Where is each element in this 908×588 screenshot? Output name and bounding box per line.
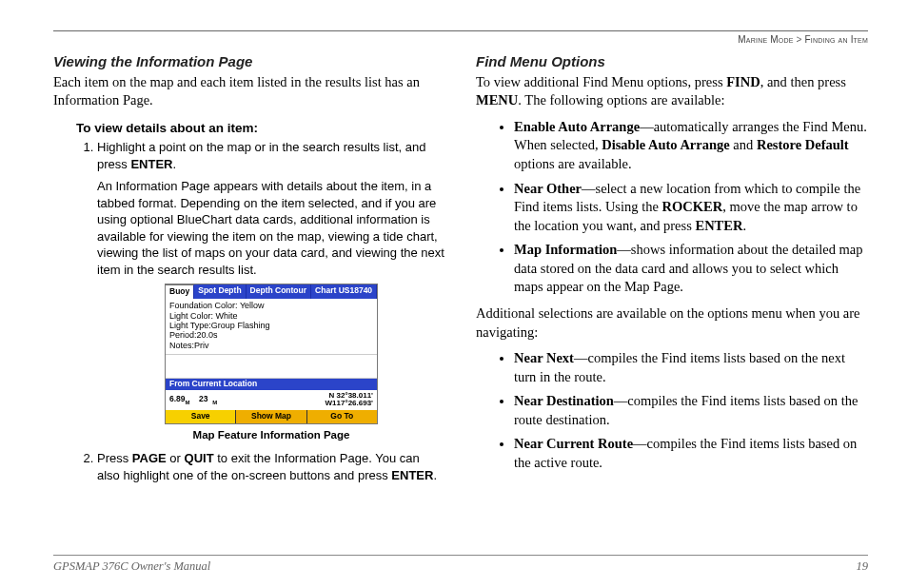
opt-map-information: Map Information—shows information about … [514, 241, 868, 297]
right-heading: Find Menu Options [476, 52, 868, 71]
opt-near-destination: Near Destination—compiles the Find items… [514, 392, 868, 429]
blank-area [166, 354, 377, 379]
step-1-detail: An Information Page appears with details… [97, 178, 445, 278]
save-button: Save [166, 410, 236, 423]
options-list: Enable Auto Arrange—automatically arrang… [499, 118, 868, 297]
left-intro: Each item on the map and each item liste… [53, 73, 445, 110]
breadcrumb-section: Marine Mode [738, 34, 793, 45]
steps-list: Highlight a point on the map or in the s… [76, 139, 445, 483]
info-line: Foundation Color: Yellow [169, 301, 373, 310]
nav-options-list: Near Next—compiles the Find items lists … [499, 349, 868, 472]
section-bar: From Current Location [166, 379, 377, 390]
page-footer: GPSMAP 376C Owner's Manual 19 [53, 555, 868, 575]
left-heading: Viewing the Information Page [53, 52, 445, 71]
breadcrumb-sep: > [797, 34, 802, 45]
breadcrumb-sub: Finding an Item [805, 34, 868, 45]
opt-near-other: Near Other—select a new location from wh… [514, 180, 868, 236]
go-to-button: Go To [307, 410, 377, 423]
info-line: Notes:Priv [169, 341, 373, 350]
tab-depth-contour: Depth Contour [247, 284, 312, 299]
opt-near-next: Near Next—compiles the Find items lists … [514, 349, 868, 386]
breadcrumb: Marine Mode > Finding an Item [53, 33, 868, 47]
step-1: Highlight a point on the map or in the s… [97, 139, 445, 442]
info-line: Period:20.0s [169, 330, 373, 340]
opt-near-current-route: Near Current Route—compiles the Find ite… [514, 435, 868, 472]
tab-chart: Chart US18740 [311, 284, 377, 299]
columns: Viewing the Information Page Each item o… [53, 52, 868, 490]
top-rule [53, 30, 868, 31]
info-line: Light Type:Group Flashing [169, 321, 373, 330]
button-bar: Save Show Map Go To [166, 410, 377, 423]
manual-page: Marine Mode > Finding an Item Viewing th… [0, 0, 908, 588]
tab-spot-depth: Spot Depth [194, 284, 246, 299]
device-screenshot: Buoy Spot Depth Depth Contour Chart US18… [165, 284, 378, 423]
task-heading: To view details about an item: [76, 120, 445, 137]
show-map-button: Show Map [236, 410, 306, 423]
page-number: 19 [857, 559, 869, 575]
figure-caption: Map Feature Information Page [97, 428, 445, 443]
coordinates: N 32°38.011' W117°26.693' [326, 392, 373, 408]
coord-row: 6.89M 23 M N 32°38.011' W117°26.693' [166, 390, 377, 410]
distance-bearing: 6.89M 23 M [169, 395, 217, 406]
info-panel: Foundation Color: Yellow Light Color: Wh… [166, 299, 377, 354]
navigating-note: Additional selections are available on t… [476, 304, 868, 342]
step-2: Press PAGE or QUIT to exit the Informati… [97, 450, 445, 483]
right-intro: To view additional Find Menu options, pr… [476, 73, 868, 110]
tab-buoy: Buoy [166, 284, 194, 299]
left-column: Viewing the Information Page Each item o… [53, 52, 445, 490]
right-column: Find Menu Options To view additional Fin… [476, 52, 868, 490]
tab-bar: Buoy Spot Depth Depth Contour Chart US18… [166, 284, 377, 299]
opt-enable-auto-arrange: Enable Auto Arrange—automatically arrang… [514, 118, 868, 174]
footer-title: GPSMAP 376C Owner's Manual [53, 559, 210, 575]
screenshot-figure: Buoy Spot Depth Depth Contour Chart US18… [97, 284, 445, 442]
info-line: Light Color: White [169, 311, 373, 321]
